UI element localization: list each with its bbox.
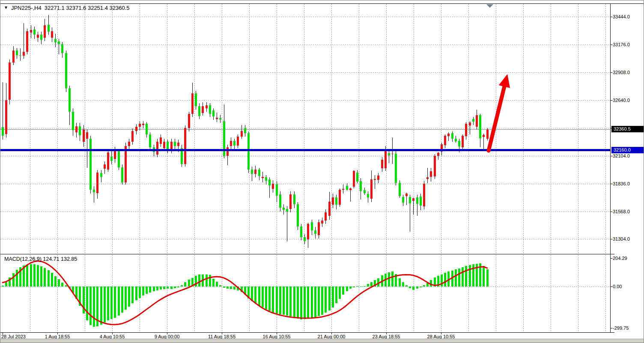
candle-body <box>251 170 253 174</box>
macd-histogram-bar <box>332 286 334 307</box>
candle-body <box>276 184 278 196</box>
candle-body <box>247 133 250 170</box>
price-chart-canvas[interactable] <box>0 0 644 343</box>
macd-histogram-bar <box>367 284 369 286</box>
macd-histogram-bar <box>233 286 236 289</box>
candle-body <box>342 189 344 190</box>
candle-body <box>72 112 74 130</box>
candle-body <box>227 147 229 156</box>
price-axis-label: 32908.0 <box>613 69 630 75</box>
candle-body <box>16 51 18 55</box>
time-axis[interactable]: 28 Jul 20231 Aug 18:554 Aug 10:559 Aug 0… <box>0 333 644 339</box>
macd-histogram-bar <box>142 286 144 295</box>
candle-body <box>128 142 130 146</box>
candle-body <box>149 134 151 147</box>
candle-body <box>377 176 379 180</box>
symbol-dropdown-icon[interactable]: ▼ <box>4 6 8 10</box>
macd-histogram-bar <box>184 282 186 286</box>
macd-histogram-bar <box>139 286 141 298</box>
ohlc-values-label: 32271.1 32371.6 32251.4 32360.5 <box>45 5 130 11</box>
macd-histogram-bar <box>12 273 15 286</box>
macd-histogram-bar <box>114 286 116 318</box>
candle-body <box>107 152 109 170</box>
candle-body <box>89 139 92 190</box>
candle-body <box>40 35 42 40</box>
macd-histogram-bar <box>33 264 36 286</box>
macd-histogram-bar <box>444 273 446 286</box>
macd-histogram-bar <box>206 274 208 286</box>
macd-histogram-bar <box>89 286 92 325</box>
price-axis[interactable]: 33444.033176.032908.032640.032104.031836… <box>611 4 644 332</box>
candle-body <box>423 184 425 206</box>
candle-body <box>405 194 408 196</box>
candle-body <box>131 131 134 142</box>
candle-body <box>44 25 46 38</box>
candle-body <box>139 124 141 127</box>
candle-body <box>241 131 243 137</box>
candle-body <box>283 208 285 210</box>
candle-body <box>219 118 221 119</box>
macd-histogram-bar <box>125 286 127 310</box>
candle-body <box>237 137 239 146</box>
macd-axis-label: 0.00 <box>613 283 622 289</box>
candle-body <box>33 30 36 35</box>
candle-body <box>254 170 256 174</box>
macd-histogram-bar <box>311 286 313 318</box>
macd-histogram-bar <box>412 286 414 290</box>
candle-body <box>486 129 489 139</box>
candle-body <box>65 53 67 88</box>
candle-body <box>426 177 429 179</box>
candle-body <box>177 143 179 146</box>
macd-histogram-bar <box>483 266 485 286</box>
panel-splitter[interactable] <box>0 253 644 255</box>
candle-body <box>86 132 88 139</box>
macd-histogram-bar <box>54 276 57 286</box>
macd-histogram-bar <box>153 286 155 291</box>
macd-histogram-bar <box>402 282 404 286</box>
macd-histogram-bar <box>335 286 337 303</box>
macd-histogram-bar <box>100 286 102 325</box>
macd-histogram-bar <box>276 286 278 313</box>
candle-body <box>321 221 323 224</box>
trend-arrow-shaft[interactable] <box>489 84 505 151</box>
support-hline[interactable] <box>0 149 611 151</box>
macd-axis-label: -299.75 <box>613 325 629 331</box>
macd-histogram-bar <box>462 267 464 286</box>
macd-histogram-bar <box>216 282 218 286</box>
candle-body <box>262 177 264 178</box>
hline-price-tag: 32160.0 <box>611 147 644 153</box>
macd-histogram-bar <box>251 286 253 301</box>
candle-body <box>412 198 414 201</box>
candle-body <box>135 127 137 131</box>
horizontal-scrollbar[interactable] <box>0 339 644 343</box>
candle-body <box>279 194 281 208</box>
macd-histogram-bar <box>227 286 229 289</box>
candle-body <box>114 150 116 159</box>
candle-body <box>434 156 436 176</box>
macd-histogram-bar <box>356 286 358 286</box>
macd-histogram-bar <box>198 274 200 286</box>
candle-body <box>367 194 369 197</box>
candle-body <box>465 124 467 136</box>
trend-arrow-head[interactable] <box>499 74 510 88</box>
macd-histogram-bar <box>339 286 341 299</box>
macd-histogram-bar <box>486 269 489 286</box>
macd-histogram-bar <box>279 286 281 314</box>
candle-body <box>447 134 450 137</box>
chart-window: ▼ JPN225-,H4 32271.1 32371.6 32251.4 323… <box>0 0 644 343</box>
candle-body <box>374 179 376 180</box>
macd-histogram-bar <box>107 286 109 320</box>
candle-body <box>293 194 295 204</box>
candle-body <box>75 126 78 133</box>
macd-histogram-bar <box>265 286 267 309</box>
macd-histogram-bar <box>262 286 264 307</box>
candle-body <box>174 142 176 146</box>
macd-histogram-bar <box>181 285 183 286</box>
macd-histogram-bar <box>5 282 7 286</box>
candle-body <box>188 114 190 128</box>
macd-histogram-bar <box>223 286 225 288</box>
macd-histogram-bar <box>149 286 151 292</box>
candle-body <box>391 154 394 154</box>
candle-body <box>265 177 267 181</box>
candle-body <box>349 188 352 190</box>
